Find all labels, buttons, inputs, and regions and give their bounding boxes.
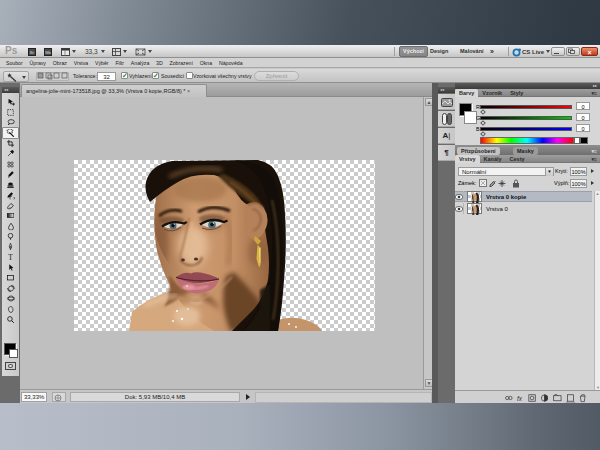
svg-text:fx: fx: [517, 394, 523, 401]
svg-text:Mb: Mb: [45, 50, 51, 55]
svg-text:T: T: [8, 254, 13, 261]
svg-text:Br: Br: [30, 50, 35, 55]
